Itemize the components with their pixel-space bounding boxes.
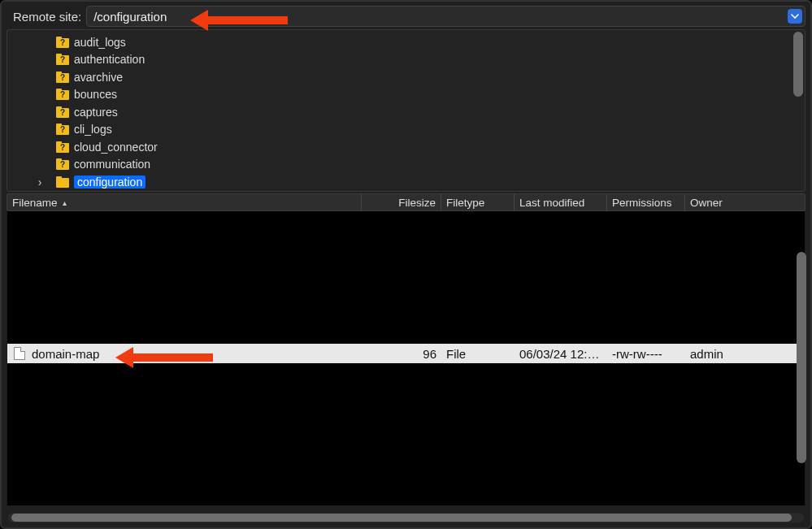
folder-icon: ?	[56, 89, 69, 100]
tree-expander[interactable]: ›	[35, 176, 45, 189]
file-name: domain-map	[32, 347, 99, 361]
folder-icon: ?	[56, 158, 69, 170]
file-type-cell: File	[441, 347, 515, 361]
tree-item[interactable]: ?audit_logs	[7, 33, 805, 51]
tree-item[interactable]: ›configuration	[7, 173, 805, 191]
tree-item-label: bounces	[74, 88, 117, 101]
folder-icon: ?	[56, 37, 69, 48]
tree-item-label: cli_logs	[74, 123, 112, 136]
column-filesize[interactable]: Filesize	[362, 194, 441, 210]
folder-icon: ?	[56, 141, 69, 153]
folder-icon: ?	[56, 72, 69, 83]
tree-item[interactable]: ?communication	[7, 156, 805, 174]
tree-item-label: authentication	[74, 53, 145, 66]
column-filesize-label: Filesize	[398, 197, 436, 209]
column-permissions-label: Permissions	[612, 197, 672, 209]
folder-icon: ?	[56, 106, 69, 118]
file-permissions-cell: -rw-rw----	[607, 347, 685, 361]
remote-directory-tree[interactable]: ?audit_logs?authentication?avarchive?bou…	[7, 29, 805, 192]
tree-item[interactable]: ?authentication	[7, 51, 805, 69]
column-lastmod-label: Last modified	[519, 197, 584, 209]
tree-item-label: avarchive	[74, 71, 123, 84]
column-last-modified[interactable]: Last modified	[515, 194, 607, 210]
tree-item-label: captures	[74, 106, 118, 119]
folder-icon	[56, 176, 69, 188]
column-owner-label: Owner	[690, 197, 723, 209]
remote-path-field[interactable]: /configuration	[86, 6, 805, 27]
sort-ascending-icon: ▴	[63, 198, 67, 207]
file-name-cell: domain-map	[7, 347, 362, 361]
horizontal-scroll-thumb[interactable]	[11, 514, 792, 522]
tree-item-label: configuration	[74, 176, 145, 189]
file-list-header: Filename ▴ Filesize Filetype Last modifi…	[7, 193, 805, 211]
tree-vertical-scrollbar[interactable]	[793, 32, 803, 189]
remote-file-list[interactable]: domain-map 96 File 06/03/24 12:… -rw-rw-…	[7, 211, 805, 505]
tree-item[interactable]: ?cloud_connector	[7, 138, 805, 156]
remote-panel: Remote site: /configuration ?audit_logs?…	[0, 0, 812, 529]
tree-item[interactable]: ?captures	[7, 103, 805, 121]
remote-address-bar: Remote site: /configuration	[7, 5, 805, 28]
tree-item-label: communication	[74, 158, 150, 171]
file-modified-cell: 06/03/24 12:…	[515, 347, 607, 361]
chevron-down-icon	[791, 12, 799, 20]
file-row[interactable]: domain-map 96 File 06/03/24 12:… -rw-rw-…	[7, 344, 805, 363]
column-permissions[interactable]: Permissions	[607, 194, 685, 210]
remote-site-label: Remote site:	[7, 10, 81, 24]
column-filename-label: Filename	[12, 197, 58, 209]
tree-item-label: audit_logs	[74, 36, 126, 49]
list-vertical-scrollbar[interactable]	[797, 211, 806, 505]
file-icon	[14, 347, 25, 360]
file-size-cell: 96	[362, 347, 441, 361]
folder-icon: ?	[56, 54, 69, 65]
tree-item[interactable]: ?avarchive	[7, 68, 805, 86]
tree-item[interactable]: ?cli_logs	[7, 121, 805, 139]
column-owner[interactable]: Owner	[685, 194, 805, 210]
folder-icon: ?	[56, 124, 69, 135]
column-filetype[interactable]: Filetype	[441, 194, 515, 210]
list-scroll-thumb[interactable]	[797, 252, 806, 463]
column-filetype-label: Filetype	[446, 197, 484, 209]
file-owner-cell: admin	[685, 347, 805, 361]
tree-item-label: cloud_connector	[74, 141, 158, 154]
remote-path-dropdown-button[interactable]	[788, 9, 802, 24]
tree-scroll-thumb[interactable]	[793, 32, 803, 97]
column-filename[interactable]: Filename ▴	[7, 194, 362, 210]
tree-item[interactable]: ?bounces	[7, 86, 805, 104]
horizontal-scrollbar[interactable]	[8, 513, 804, 522]
remote-path-value[interactable]: /configuration	[93, 10, 782, 24]
